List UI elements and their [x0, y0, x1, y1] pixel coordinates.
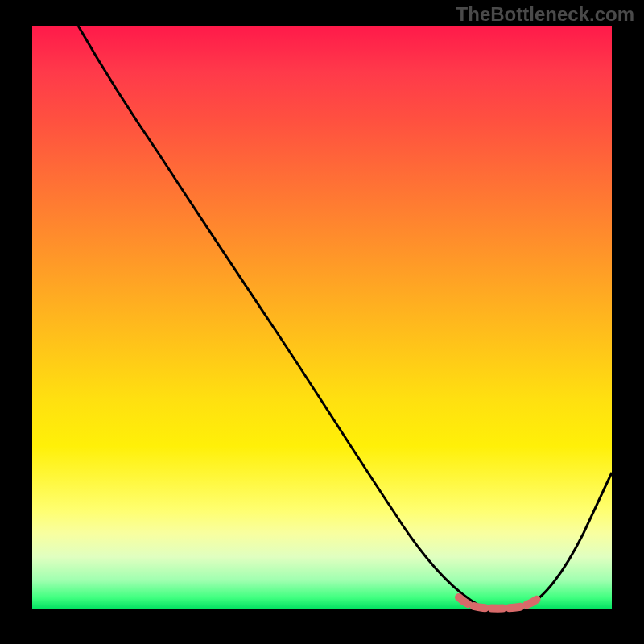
chart-svg — [32, 26, 612, 609]
plot-area — [32, 26, 612, 609]
optimal-range-marker — [459, 596, 541, 609]
watermark-text: TheBottleneck.com — [456, 3, 634, 26]
bottleneck-curve — [78, 26, 612, 609]
